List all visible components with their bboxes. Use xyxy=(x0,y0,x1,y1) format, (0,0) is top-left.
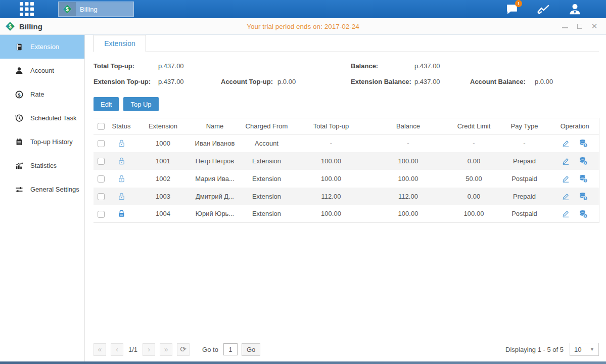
pay-type-cell: Prepaid xyxy=(498,152,551,170)
unlock-icon[interactable] xyxy=(117,139,126,148)
app-launcher-grid-icon[interactable] xyxy=(19,2,34,17)
charged-from-cell: Extension xyxy=(238,205,296,223)
extension-cell: 1002 xyxy=(134,170,192,188)
row-checkbox[interactable] xyxy=(98,193,105,200)
row-checkbox[interactable] xyxy=(98,158,105,165)
account-icon xyxy=(15,66,24,75)
svg-text:$: $ xyxy=(585,196,587,200)
notification-badge: ! xyxy=(515,0,522,7)
name-cell: Петр Петров xyxy=(192,152,238,170)
sidebar-item-rate[interactable]: $Rate xyxy=(0,82,84,106)
balance-cell: 100.00 xyxy=(366,152,450,170)
credit-limit-cell: 50.00 xyxy=(450,170,498,188)
sidebar-item-scheduled-task[interactable]: Scheduled Task xyxy=(0,106,84,130)
maximize-button[interactable] xyxy=(576,23,583,30)
statistics-icon xyxy=(15,161,24,170)
extension-cell: 1004 xyxy=(134,205,192,223)
table-row: 1003Дмитрий Д...Extension112.00112.000.0… xyxy=(94,188,599,205)
prev-page-button[interactable]: ‹ xyxy=(111,343,123,356)
row-checkbox[interactable] xyxy=(98,140,105,147)
balance-cell: 100.00 xyxy=(366,170,450,188)
unlock-icon[interactable] xyxy=(117,174,126,183)
chevron-down-icon: ▼ xyxy=(590,347,594,352)
general-settings-icon xyxy=(15,185,24,194)
extension-balance-label: Extension Balance: xyxy=(351,78,414,85)
top-up-coins-icon[interactable]: $ xyxy=(579,139,588,148)
unlock-icon[interactable] xyxy=(117,157,126,165)
top-up-coins-icon[interactable]: $ xyxy=(579,192,588,201)
column-header: Name xyxy=(192,118,238,134)
unlock-icon[interactable] xyxy=(117,192,126,201)
balance-cell: - xyxy=(366,134,450,152)
charged-from-cell: Extension xyxy=(238,170,296,188)
pay-type-cell: Postpaid xyxy=(498,205,551,223)
edit-icon[interactable] xyxy=(562,209,571,218)
table-header-row: StatusExtensionNameCharged FromTotal Top… xyxy=(94,118,599,134)
tab-extension[interactable]: Extension xyxy=(94,35,146,52)
main-panel: Extension Total Top-up: p.437.00 Balance… xyxy=(85,35,606,361)
column-header: Operation xyxy=(551,118,599,134)
page-size-select[interactable]: 10 ▼ xyxy=(570,343,599,356)
row-checkbox[interactable] xyxy=(98,175,105,183)
top-up-coins-icon[interactable]: $ xyxy=(579,156,588,165)
column-header: Charged From xyxy=(238,118,296,134)
table-row: 1001Петр ПетровExtension100.00100.000.00… xyxy=(94,152,599,170)
close-button[interactable]: ✕ xyxy=(591,23,598,30)
charged-from-cell: Extension xyxy=(238,188,296,205)
refresh-icon[interactable]: ⟳ xyxy=(177,343,190,356)
svg-text:$: $ xyxy=(585,161,587,164)
svg-text:$: $ xyxy=(585,178,587,182)
lock-icon[interactable] xyxy=(117,209,126,218)
monitor-chart-icon[interactable] xyxy=(536,2,550,16)
scheduled-task-icon xyxy=(15,114,24,122)
svg-text:$: $ xyxy=(66,7,69,12)
sidebar-item-label: Scheduled Task xyxy=(30,114,77,122)
rate-icon: $ xyxy=(15,90,24,99)
goto-page-input[interactable] xyxy=(223,343,238,355)
sidebar-item-statistics[interactable]: Statistics xyxy=(0,154,84,177)
select-all-checkbox[interactable] xyxy=(98,123,105,130)
edit-button[interactable]: Edit xyxy=(94,97,119,111)
top-up-button[interactable]: Top Up xyxy=(123,97,158,111)
billing-summary: Total Top-up: p.437.00 Balance: p.437.00… xyxy=(94,58,599,89)
messages-icon[interactable]: ! xyxy=(505,2,519,16)
charged-from-cell: Extension xyxy=(238,152,296,170)
page-indicator: 1/1 xyxy=(128,346,137,353)
window-bottom-edge xyxy=(0,361,606,364)
sidebar-item-label: Account xyxy=(30,67,54,74)
minimize-button[interactable] xyxy=(562,23,569,30)
name-cell: Иван Иванов xyxy=(192,134,238,152)
edit-icon[interactable] xyxy=(562,174,571,183)
sidebar-item-extension[interactable]: Extension xyxy=(0,35,84,59)
next-page-button[interactable]: › xyxy=(143,343,155,356)
credit-limit-cell: 0.00 xyxy=(450,152,498,170)
table-row: 1002Мария Ива...Extension100.00100.0050.… xyxy=(94,170,599,188)
trial-notice: Your trial period ends on: 2017-02-24 xyxy=(0,23,606,30)
sidebar-item-general-settings[interactable]: General Settings xyxy=(0,177,84,201)
account-balance-label: Account Balance: xyxy=(470,78,535,85)
first-page-button[interactable]: « xyxy=(94,343,106,356)
column-header: Balance xyxy=(366,118,450,134)
edit-icon[interactable] xyxy=(562,156,571,165)
user-account-icon[interactable] xyxy=(568,2,582,16)
taskbar-tab-billing[interactable]: $ Billing xyxy=(58,2,134,17)
row-checkbox[interactable] xyxy=(98,211,105,218)
top-up-coins-icon[interactable]: $ xyxy=(579,209,588,218)
pay-type-cell: - xyxy=(498,134,551,152)
edit-icon[interactable] xyxy=(562,192,571,201)
displaying-text: Displaying 1 - 5 of 5 xyxy=(505,346,564,353)
sidebar-item-topup-history[interactable]: Top-up History xyxy=(0,130,84,154)
column-header: Total Top-up xyxy=(296,118,366,134)
balance-cell: 112.00 xyxy=(366,188,450,205)
sidebar-item-label: Top-up History xyxy=(30,138,73,146)
sidebar-item-account[interactable]: Account xyxy=(0,59,84,82)
last-page-button[interactable]: » xyxy=(160,343,172,356)
edit-icon[interactable] xyxy=(562,139,571,148)
total-topup-value: p.437.00 xyxy=(158,62,184,70)
credit-limit-cell: - xyxy=(450,134,498,152)
taskbar-tab-label: Billing xyxy=(80,6,98,13)
top-up-coins-icon[interactable]: $ xyxy=(579,174,588,183)
table-row: 1000Иван ИвановAccount----$ xyxy=(94,134,599,152)
account-topup-value: p.0.00 xyxy=(277,78,296,85)
go-button[interactable]: Go xyxy=(242,343,260,356)
